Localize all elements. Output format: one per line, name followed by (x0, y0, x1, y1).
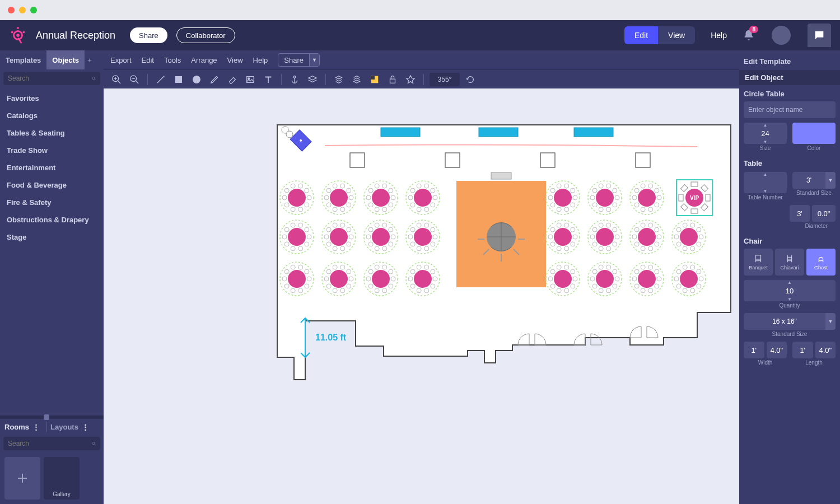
width-in-stepper[interactable]: 4.0" (767, 342, 787, 358)
bring-front-button[interactable] (332, 72, 346, 87)
close-window-icon[interactable] (8, 7, 15, 13)
add-room-button[interactable] (4, 457, 40, 500)
chevron-up-icon[interactable]: ▲ (744, 280, 836, 284)
category-item[interactable]: Favorites (0, 90, 104, 107)
layouts-tab[interactable]: Layouts (50, 423, 78, 431)
rooms-search-input[interactable] (8, 440, 92, 447)
rotate-button[interactable] (463, 72, 478, 87)
length-in-stepper[interactable]: 4.0" (815, 342, 836, 358)
standard-size-dropdown[interactable]: 3' ▼ (792, 172, 836, 189)
menu-help[interactable]: Help (253, 56, 268, 64)
eraser-tool-button[interactable] (225, 72, 240, 87)
svg-point-37 (282, 195, 287, 200)
floorplan[interactable]: VIP (272, 122, 736, 419)
svg-point-171 (557, 223, 561, 227)
menu-edit[interactable]: Edit (142, 56, 154, 64)
favorite-button[interactable] (403, 72, 418, 87)
category-item[interactable]: Stage (0, 228, 104, 246)
category-item[interactable]: Food & Beverage (0, 176, 104, 194)
svg-point-13 (293, 76, 296, 78)
chevron-down-icon[interactable]: ▼ (825, 172, 836, 189)
notifications-button[interactable]: 8 (743, 29, 755, 41)
category-item[interactable]: Catalogs (0, 107, 104, 124)
help-link[interactable]: Help (711, 31, 727, 40)
svg-point-124 (298, 223, 303, 227)
svg-point-134 (326, 227, 331, 232)
quantity-stepper[interactable]: ▲ 10 ▼ (744, 280, 836, 301)
svg-point-193 (632, 235, 637, 239)
chevron-up-icon[interactable]: ▲ (744, 172, 787, 176)
category-item[interactable]: Fire & Safety (0, 194, 104, 211)
menu-tools[interactable]: Tools (164, 56, 181, 64)
templates-tab[interactable]: Templates (0, 50, 46, 69)
diameter-in-stepper[interactable]: 0.0" (812, 205, 836, 222)
chevron-down-icon[interactable]: ▼ (744, 297, 836, 301)
chevron-up-icon[interactable]: ▲ (744, 123, 787, 127)
object-search-input[interactable] (8, 74, 92, 82)
send-back-button[interactable] (349, 72, 364, 87)
chair-type-chiavari[interactable]: Chiavari (775, 249, 804, 276)
edit-template-header[interactable]: Edit Template (744, 55, 836, 70)
rotation-input[interactable]: 355° (430, 73, 460, 86)
image-tool-button[interactable] (243, 72, 258, 87)
user-avatar[interactable] (772, 26, 791, 45)
layer-tool-button[interactable] (305, 72, 320, 87)
length-ft-stepper[interactable]: 1' (792, 342, 813, 358)
layouts-menu-icon[interactable]: ⋮ (78, 423, 92, 431)
fill-color-button[interactable] (367, 72, 382, 87)
svg-point-169 (548, 235, 553, 239)
table-number-stepper[interactable]: ▲ ▼ (744, 172, 787, 193)
collaborator-button[interactable]: Collaborator (176, 27, 235, 43)
object-name-input[interactable] (744, 101, 836, 118)
zoom-in-button[interactable] (109, 72, 124, 87)
chair-type-banquet[interactable]: Banquet (744, 249, 773, 276)
svg-point-99 (599, 184, 603, 188)
view-mode-button[interactable]: View (658, 26, 695, 44)
chat-button[interactable] (808, 24, 831, 47)
share-button[interactable]: Share (130, 27, 167, 43)
room-thumbnail[interactable]: Gallery (44, 457, 80, 500)
objects-tab[interactable]: Objects (46, 50, 85, 69)
chair-standard-size-dropdown[interactable]: 16 x 16" ▼ (744, 313, 836, 330)
diameter-ft-stepper[interactable]: 3' (790, 205, 810, 222)
category-item[interactable]: Trade Show (0, 142, 104, 159)
category-item[interactable]: Obstructions & Drapery (0, 211, 104, 228)
text-tool-button[interactable] (261, 72, 276, 87)
rect-tool-button[interactable] (171, 72, 186, 87)
chair-type-ghost[interactable]: Ghost (806, 249, 836, 276)
chevron-down-icon[interactable]: ▼ (825, 313, 836, 330)
maximize-window-icon[interactable] (30, 7, 37, 13)
width-ft-stepper[interactable]: 1' (744, 342, 764, 358)
size-stepper[interactable]: ▲ 24 ▼ (744, 123, 787, 144)
chevron-down-icon[interactable]: ▼ (744, 189, 787, 193)
svg-point-287 (683, 246, 687, 251)
rooms-search[interactable] (3, 437, 100, 450)
object-search[interactable] (3, 72, 100, 85)
svg-point-291 (683, 223, 687, 227)
anchor-tool-button[interactable] (287, 72, 302, 87)
zoom-out-button[interactable] (127, 72, 142, 87)
svg-point-75 (417, 184, 421, 188)
color-picker[interactable] (792, 123, 836, 144)
app-header: Annual Reception Share Collaborator Edit… (0, 20, 840, 50)
menu-export[interactable]: Export (110, 56, 132, 64)
line-tool-button[interactable] (153, 72, 168, 87)
panel-resize-handle[interactable] (0, 416, 104, 419)
rooms-tab[interactable]: Rooms (4, 423, 29, 431)
pen-tool-button[interactable] (207, 72, 222, 87)
minimize-window-icon[interactable] (19, 7, 26, 13)
share-dropdown-label[interactable]: Share (278, 56, 309, 64)
category-item[interactable]: Entertainment (0, 159, 104, 176)
rooms-menu-icon[interactable]: ⋮ (29, 423, 43, 431)
share-dropdown-caret[interactable]: ▼ (309, 54, 319, 66)
add-tab-button[interactable]: + (85, 56, 95, 64)
category-item[interactable]: Tables & Seating (0, 124, 104, 142)
svg-point-143 (375, 246, 379, 251)
menu-arrange[interactable]: Arrange (191, 56, 217, 64)
edit-mode-button[interactable]: Edit (624, 26, 658, 44)
circle-tool-button[interactable] (189, 72, 204, 87)
canvas[interactable]: VIP (104, 88, 739, 504)
menu-view[interactable]: View (227, 56, 243, 64)
chevron-down-icon[interactable]: ▼ (744, 139, 787, 144)
lock-button[interactable] (385, 72, 400, 87)
